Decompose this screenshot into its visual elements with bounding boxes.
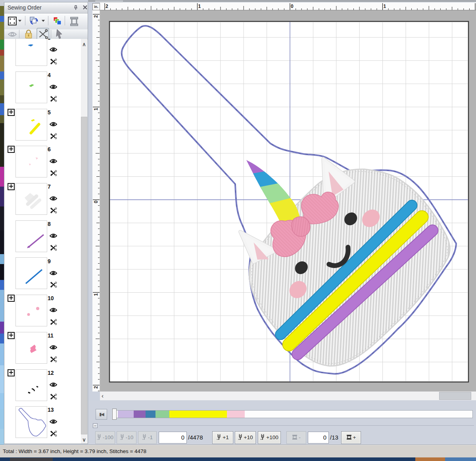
- svg-text:0: 0: [93, 201, 99, 203]
- svg-text:1: 1: [93, 108, 99, 110]
- svg-text:0: 0: [291, 4, 294, 9]
- svg-text:2: 2: [93, 15, 99, 18]
- svg-text:1: 1: [93, 293, 99, 296]
- svg-text:1: 1: [384, 4, 386, 9]
- svg-text:2: 2: [93, 386, 99, 389]
- svg-text:2: 2: [106, 4, 108, 9]
- svg-text:1: 1: [198, 4, 201, 9]
